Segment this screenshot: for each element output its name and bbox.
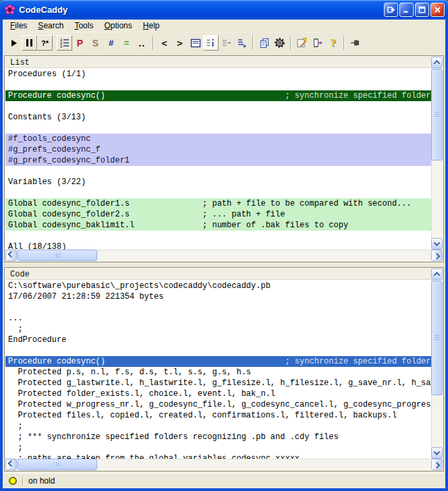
menu-options[interactable]: Options: [99, 20, 136, 31]
scroll-right-button[interactable]: [431, 459, 443, 470]
expand-list-icon[interactable]: [234, 35, 250, 51]
list-item[interactable]: Protected files.l, copied.l, created.l, …: [5, 410, 431, 421]
list-item[interactable]: Procedure codesync() ; synchronize speci…: [5, 356, 431, 367]
svg-text:3: 3: [60, 45, 62, 49]
structures-filter-button[interactable]: S: [88, 35, 103, 51]
list-item[interactable]: EndProcedure: [5, 335, 431, 345]
panel-splitter[interactable]: [4, 262, 444, 267]
scroll-down-button[interactable]: [431, 238, 443, 250]
toolbar-separator: [252, 36, 254, 50]
scroll-up-button[interactable]: [431, 268, 443, 280]
list-item[interactable]: Protected folder_exists.l, choice.l, eve…: [5, 388, 431, 399]
numbered-list-button[interactable]: 123: [57, 35, 72, 51]
gear-icon[interactable]: [272, 35, 287, 51]
collapse-list-icon[interactable]: [219, 35, 234, 51]
window-title: CodeCaddy: [19, 5, 384, 15]
list-item[interactable]: [5, 345, 431, 356]
scroll-thumb[interactable]: [18, 250, 97, 261]
notes-edit-icon[interactable]: [294, 35, 310, 51]
client-area: List Procedures (1/1)Procedure codesync(…: [3, 53, 445, 488]
form-view-icon[interactable]: [188, 35, 203, 51]
list-item[interactable]: Variables (3/22): [5, 177, 431, 187]
list-item[interactable]: [5, 302, 431, 313]
all-filter-button[interactable]: ..: [134, 35, 150, 51]
list-item[interactable]: [5, 166, 431, 177]
menu-bar: Files Search Tools Options Help: [3, 20, 445, 32]
list-info-button[interactable]: [203, 35, 219, 51]
toolbar: ?* 123 P S # = .. < >: [3, 32, 445, 53]
code-panel: Code C:\software\purebasic\_projects\cod…: [4, 267, 444, 471]
menu-help[interactable]: Help: [138, 20, 165, 31]
list-item[interactable]: C:\software\purebasic\_projects\codecadd…: [5, 281, 431, 291]
list-item[interactable]: [5, 123, 431, 134]
list-rows: Procedures (1/1)Procedure codesync() ; s…: [5, 69, 431, 250]
code-horizontal-scrollbar[interactable]: [5, 459, 443, 470]
run-icon[interactable]: [6, 35, 22, 51]
list-item[interactable]: ...: [5, 313, 431, 324]
pin-icon[interactable]: [347, 35, 363, 51]
list-item[interactable]: [5, 80, 431, 90]
list-item[interactable]: ;: [5, 442, 431, 453]
code-rows: C:\software\purebasic\_projects\codecadd…: [5, 281, 431, 459]
status-indicator-icon: [9, 477, 17, 485]
scroll-up-button[interactable]: [431, 57, 443, 68]
constants-filter-button[interactable]: #: [103, 35, 119, 51]
app-window: CodeCaddy Files Search Tools Options Hel…: [0, 0, 448, 491]
code-panel-header: Code: [5, 268, 431, 280]
scroll-thumb[interactable]: [18, 459, 97, 470]
menu-search[interactable]: Search: [33, 20, 68, 31]
list-item[interactable]: [5, 101, 431, 112]
list-item[interactable]: 17/06/2007 21:28:59 221354 bytes: [5, 291, 431, 302]
help-icon[interactable]: ?: [325, 35, 341, 51]
status-bar: on hold: [4, 473, 444, 488]
list-item[interactable]: #g_prefs_codesync_folder1: [5, 155, 431, 166]
list-item[interactable]: Protected p.s, n.l, f.s, d.s, t.l, s.s, …: [5, 367, 431, 378]
status-separator: [22, 476, 23, 486]
pause-button[interactable]: [22, 35, 37, 51]
procedures-filter-button[interactable]: P: [72, 35, 88, 51]
list-panel: List Procedures (1/1)Procedure codesync(…: [4, 55, 444, 262]
variables-filter-button[interactable]: =: [119, 35, 134, 51]
code-vertical-scrollbar[interactable]: [431, 268, 443, 459]
menu-tools[interactable]: Tools: [69, 20, 98, 31]
list-item[interactable]: Global codesync_folder2.s ; ... path + f…: [5, 209, 431, 220]
menu-files[interactable]: Files: [5, 20, 32, 31]
list-item[interactable]: Constants (3/13): [5, 112, 431, 123]
query-button[interactable]: ?*: [37, 35, 53, 51]
list-horizontal-scrollbar[interactable]: [5, 250, 443, 261]
list-item[interactable]: Procedures (1/1): [5, 69, 431, 80]
list-item[interactable]: All (18/138): [5, 241, 431, 250]
list-item[interactable]: Global codesync_baklimit.l ; number of .…: [5, 220, 431, 231]
forward-button[interactable]: >: [172, 35, 188, 51]
list-item[interactable]: [5, 231, 431, 241]
list-item[interactable]: Protected g_lastwrite.l, h_lastwrite.l, …: [5, 378, 431, 388]
list-item[interactable]: ;: [5, 324, 431, 335]
title-bar[interactable]: CodeCaddy: [0, 0, 448, 20]
rollup-button[interactable]: [384, 3, 398, 17]
list-item[interactable]: [5, 187, 431, 198]
scroll-down-button[interactable]: [431, 447, 443, 459]
list-vertical-scrollbar[interactable]: [431, 57, 443, 250]
toolbar-separator: [290, 36, 291, 50]
close-button[interactable]: [430, 3, 445, 17]
list-item[interactable]: ; *** synchronize specified folders reco…: [5, 432, 431, 442]
list-item[interactable]: Protected w_progress_nr.l, g_codesync_fi…: [5, 399, 431, 410]
list-item[interactable]: ; paths are taken from the global variab…: [5, 453, 431, 459]
list-item[interactable]: Global codesync_folder1.s ; path + file …: [5, 198, 431, 209]
list-item[interactable]: Procedure codesync() ; synchronize speci…: [5, 90, 431, 101]
scroll-left-button[interactable]: [5, 250, 17, 261]
minimize-button[interactable]: [399, 3, 414, 17]
maximize-button[interactable]: [415, 3, 429, 17]
scroll-thumb[interactable]: [431, 281, 443, 395]
toolbar-separator: [152, 36, 154, 50]
scroll-thumb[interactable]: [431, 69, 443, 161]
list-item[interactable]: #g_prefs_codesync_f: [5, 144, 431, 155]
flower-app-icon: [4, 4, 16, 16]
list-item[interactable]: #f_tools_codesync: [5, 134, 431, 144]
scroll-left-button[interactable]: [5, 459, 17, 470]
scroll-right-button[interactable]: [431, 250, 443, 261]
copy-icon[interactable]: [256, 35, 272, 51]
list-item[interactable]: ;: [5, 421, 431, 432]
exit-icon[interactable]: [310, 35, 325, 51]
back-button[interactable]: <: [157, 35, 172, 51]
